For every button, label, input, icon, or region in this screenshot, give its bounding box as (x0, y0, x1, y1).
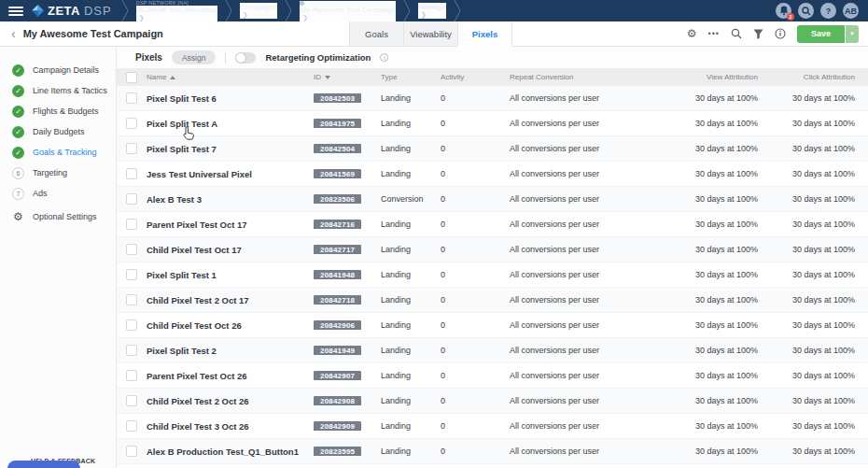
pixel-name[interactable]: Pixel Split Test 1 (147, 270, 314, 280)
row-checkbox[interactable] (126, 395, 137, 406)
table-row[interactable]: Jess Test Universal Pixel 20841569 Landi… (117, 162, 868, 187)
pixel-name[interactable]: Alex B Test 3 (147, 194, 314, 205)
tab-viewability[interactable]: Viewability (404, 21, 458, 46)
info-icon[interactable]: i (380, 53, 388, 62)
sort-asc-icon (170, 76, 175, 79)
pixel-name[interactable]: Child Pixel Test 2 Oct 26 (147, 396, 314, 406)
click-attribution: 30 days at 100% (758, 245, 868, 254)
pixel-id-badge: 20841569 (314, 169, 361, 178)
sidebar-item-targeting[interactable]: 6 Targeting (0, 163, 116, 183)
info-button[interactable] (775, 28, 786, 39)
pixel-name[interactable]: Alex B Production Test_Q1_Button1 (147, 447, 314, 457)
table-row[interactable]: Child Pixel Test Oct 26 20842906 Landing… (117, 313, 868, 338)
pixel-name[interactable]: Parent Pixel Test Oct 26 (147, 371, 314, 381)
pixel-name[interactable]: Jess Test Universal Pixel (147, 169, 314, 179)
hamburger-menu-icon[interactable] (8, 7, 23, 16)
breadcrumb-separator-icon (285, 0, 292, 21)
row-checkbox[interactable] (126, 118, 137, 129)
sidebar-item-goals-tracking[interactable]: ✓ Goals & Tracking (0, 142, 116, 163)
pixel-name[interactable]: Pixel Split Test 7 (147, 144, 314, 154)
view-attribution: 30 days at 100% (653, 320, 758, 330)
sidebar-item-daily-budgets[interactable]: ✓ Daily Budgets (0, 121, 116, 142)
select-all-checkbox[interactable] (126, 72, 137, 83)
help-button[interactable]: ? (820, 3, 836, 19)
pixel-id-badge: 20841948 (314, 270, 361, 279)
back-button[interactable]: ‹ (11, 27, 16, 40)
pixel-name[interactable]: Pixel Split Test A (147, 119, 314, 129)
sidebar-item-flights-budgets[interactable]: ✓ Flights & Budgets (0, 101, 116, 121)
pixel-activity: 0 (441, 245, 497, 254)
pixel-type: Landing (381, 447, 441, 456)
row-checkbox[interactable] (126, 143, 137, 154)
table-row[interactable]: Pixel Split Test 1 20841948 Landing 0 Al… (117, 262, 868, 288)
repeat-conversion: All conversions per user (497, 245, 653, 254)
table-row[interactable]: Pixel Split Test 6 20842503 Landing 0 Al… (117, 86, 868, 111)
pixel-name[interactable]: Pixel Split Test 2 (147, 346, 314, 356)
table-row[interactable]: Pixel Split Test 7 20842504 Landing 0 Al… (117, 136, 868, 162)
pixel-name[interactable]: Child Pixel Test 3 Oct 26 (147, 421, 314, 432)
table-row[interactable]: Pixel Split Test A 20841975 Landing 0 Al… (117, 111, 868, 136)
row-checkbox[interactable] (126, 244, 137, 255)
row-checkbox[interactable] (126, 294, 137, 305)
column-header-name[interactable]: Name (147, 73, 314, 81)
settings-button[interactable]: ⚙ (687, 28, 697, 39)
filter-button[interactable] (753, 29, 763, 39)
view-attribution: 30 days at 100% (653, 194, 758, 204)
row-checkbox[interactable] (126, 168, 137, 179)
column-header-id[interactable]: ID (314, 73, 381, 81)
row-checkbox[interactable] (126, 345, 137, 356)
pixel-name[interactable]: Pixel Split Test 6 (147, 93, 314, 104)
table-row[interactable]: Child Pixel Test Oct 17 20842717 Landing… (117, 237, 868, 262)
row-checkbox[interactable] (126, 319, 137, 331)
sidebar-item-ads[interactable]: 7 Ads (0, 183, 116, 204)
row-checkbox[interactable] (126, 420, 137, 432)
row-checkbox[interactable] (126, 269, 137, 280)
chat-launcher-button[interactable] (7, 461, 80, 468)
zeta-dsp-logo[interactable]: ZETA DSP (32, 4, 112, 18)
save-button[interactable]: Save (797, 25, 845, 43)
notifications-button[interactable]: 2 (776, 3, 791, 19)
row-checkbox[interactable] (126, 370, 137, 381)
row-checkbox[interactable] (126, 92, 137, 104)
table-row[interactable]: Pixel Split Test 2 20841949 Landing 0 Al… (117, 338, 868, 363)
search-icon (731, 28, 742, 39)
table-row[interactable]: Alex B Test 3 20823506 Conversion 0 All … (117, 187, 868, 212)
row-checkbox[interactable] (126, 219, 137, 230)
row-checkbox[interactable] (126, 193, 137, 205)
table-row[interactable]: Child Pixel Test 3 Oct 26 20842909 Landi… (117, 414, 868, 439)
chevron-down-icon (325, 76, 330, 79)
retargeting-optimization-toggle[interactable] (235, 52, 256, 64)
sidebar-item-line-items-tactics[interactable]: ✓ Line Items & Tactics (0, 80, 116, 101)
breadcrumb-manage[interactable]: Manage❯ (411, 3, 454, 19)
sidebar-item-optional-settings[interactable]: ⚙ Optional Settings (0, 206, 116, 227)
pixel-name[interactable]: Child Pixel Test Oct 26 (147, 320, 314, 331)
funnel-icon (753, 29, 763, 39)
save-dropdown-button[interactable]: ▼ (846, 25, 859, 43)
row-checkbox[interactable] (126, 446, 137, 457)
chevron-right-icon: ❯ (243, 11, 277, 19)
table-search-button[interactable] (731, 28, 742, 39)
tab-goals[interactable]: Goals (350, 21, 404, 46)
breadcrumb-campaigns[interactable]: Campaigns❯ (232, 3, 285, 19)
search-button[interactable] (798, 3, 814, 19)
table-row[interactable]: Alex B Production Test_Q1_Button1 208235… (117, 439, 868, 464)
repeat-conversion: All conversions per user (497, 194, 653, 204)
logo-text-dsp: DSP (84, 4, 112, 18)
pixel-name[interactable]: Child Pixel Test Oct 17 (147, 245, 314, 255)
breadcrumb-advertiser[interactable]: DSP NETWORK [NA] 00-AlexB Test Advertise… (129, 0, 225, 21)
pixel-name[interactable]: Parent Pixel Test Oct 17 (147, 220, 314, 230)
pixel-name[interactable]: Child Pixel Test 2 Oct 17 (147, 295, 314, 305)
pixel-type: Landing (381, 421, 441, 431)
more-options-button[interactable]: ••• (708, 30, 720, 38)
user-avatar[interactable]: AB (843, 3, 859, 19)
table-row[interactable]: Parent Pixel Test Oct 17 20842716 Landin… (117, 212, 868, 237)
assign-button[interactable]: Assign (172, 50, 217, 64)
table-row[interactable]: Child Pixel Test 2 Oct 17 20842718 Landi… (117, 288, 868, 313)
breadcrumb-campaign[interactable]: My Awesome Test Campaign❯ (292, 1, 403, 21)
pixel-id-badge: 20842504 (314, 144, 361, 153)
chevron-down-icon: ▼ (849, 31, 855, 36)
tab-pixels[interactable]: Pixels (458, 21, 512, 47)
table-row[interactable]: Child Pixel Test 2 Oct 26 20842908 Landi… (117, 389, 868, 414)
sidebar-item-campaign-details[interactable]: ✓ Campaign Details (0, 60, 116, 80)
table-row[interactable]: Parent Pixel Test Oct 26 20842907 Landin… (117, 363, 868, 389)
